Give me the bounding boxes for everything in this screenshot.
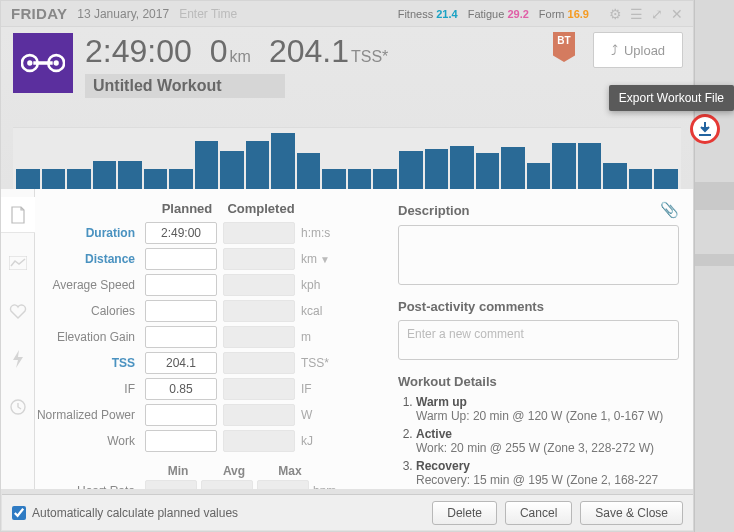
ride-icon — [13, 33, 73, 93]
attachment-icon[interactable]: 📎 — [660, 201, 679, 219]
interval-bar — [373, 169, 397, 189]
metric-label: IF — [35, 382, 145, 396]
close-icon[interactable]: ✕ — [671, 6, 683, 22]
auto-calc-checkbox[interactable]: Automatically calculate planned values — [12, 506, 238, 520]
cancel-button[interactable]: Cancel — [505, 501, 572, 525]
planned-input[interactable] — [145, 378, 217, 400]
interval-bar — [578, 143, 602, 189]
interval-bar — [271, 133, 295, 189]
save-close-button[interactable]: Save & Close — [580, 501, 683, 525]
planned-input[interactable] — [145, 404, 217, 426]
interval-bar — [93, 161, 117, 189]
export-workout-button[interactable] — [690, 114, 720, 144]
planned-input[interactable] — [145, 222, 217, 244]
date-label: 13 January, 2017 — [77, 7, 169, 21]
hr-avg — [201, 480, 253, 489]
interval-bar — [16, 169, 40, 189]
description-input[interactable] — [398, 225, 679, 285]
svg-rect-4 — [33, 61, 52, 65]
completed-cell — [223, 430, 295, 452]
metric-row: Normalized PowerW — [35, 402, 380, 428]
comment-input[interactable]: Enter a new comment — [398, 320, 679, 360]
comments-title: Post-activity comments — [398, 299, 544, 314]
metric-label[interactable]: Duration — [35, 226, 145, 240]
tab-heart[interactable] — [1, 293, 35, 329]
tab-chart[interactable] — [1, 245, 35, 281]
enter-time-link[interactable]: Enter Time — [179, 7, 237, 21]
planned-input[interactable] — [145, 352, 217, 374]
workout-details-list: Warm upWarm Up: 20 min @ 120 W (Zone 1, … — [398, 395, 679, 487]
planned-input[interactable] — [145, 326, 217, 348]
unit-label: W — [301, 408, 341, 422]
interval-bar — [603, 163, 627, 189]
tab-power[interactable] — [1, 341, 35, 377]
panel-footer: Automatically calculate planned values D… — [2, 494, 693, 530]
metric-row: Durationh:m:s — [35, 220, 380, 246]
workout-title-input[interactable] — [85, 74, 285, 98]
unit-label: m — [301, 330, 341, 344]
metric-row: IFIF — [35, 376, 380, 402]
interval-bar — [169, 169, 193, 189]
tab-time[interactable] — [1, 389, 35, 425]
metric-row: Elevation Gainm — [35, 324, 380, 350]
description-title: Description — [398, 203, 470, 218]
metric-label: Elevation Gain — [35, 330, 145, 344]
metric-label: Work — [35, 434, 145, 448]
workout-summary: 2:49:00 0km 204.1TSS* — [85, 33, 681, 70]
metric-label[interactable]: Distance — [35, 252, 145, 266]
tab-summary[interactable] — [1, 197, 35, 233]
interval-bar — [527, 163, 551, 189]
form-stat: Form 16.9 — [539, 8, 589, 20]
unit-label: kph — [301, 278, 341, 292]
metric-label[interactable]: TSS — [35, 356, 145, 370]
interval-bar — [552, 143, 576, 189]
hr-min — [145, 480, 197, 489]
gear-icon[interactable]: ⚙ — [609, 6, 622, 22]
details-title: Workout Details — [398, 374, 497, 389]
completed-cell — [223, 378, 295, 400]
menu-icon[interactable]: ☰ — [630, 6, 643, 22]
unit-label: kJ — [301, 434, 341, 448]
interval-bar — [144, 169, 168, 189]
metric-row: Calorieskcal — [35, 298, 380, 324]
metric-label: Normalized Power — [35, 408, 145, 422]
side-tabs — [1, 189, 35, 489]
delete-button[interactable]: Delete — [432, 501, 497, 525]
metric-label: Calories — [35, 304, 145, 318]
col-planned: Planned — [150, 201, 224, 216]
unit-label: IF — [301, 382, 341, 396]
completed-cell — [223, 326, 295, 348]
duration-value: 2:49:00 — [85, 33, 192, 70]
completed-cell — [223, 274, 295, 296]
workout-step: ActiveWork: 20 min @ 255 W (Zone 3, 228-… — [416, 427, 679, 455]
upload-icon: ⤴ — [611, 42, 618, 58]
interval-bar — [42, 169, 66, 189]
fitness-stat: Fitness 21.4 — [398, 8, 458, 20]
metric-row: Distancekm▼ — [35, 246, 380, 272]
interval-bar — [450, 146, 474, 189]
unit-label: h:m:s — [301, 226, 341, 240]
expand-icon[interactable]: ⤢ — [651, 6, 663, 22]
interval-bar — [297, 153, 321, 189]
interval-bar — [67, 169, 91, 189]
interval-bar — [629, 169, 653, 189]
interval-bar — [501, 147, 525, 189]
interval-bar — [246, 141, 270, 189]
panel-header: FRIDAY 13 January, 2017 Enter Time Fitne… — [1, 1, 693, 26]
planned-input[interactable] — [145, 248, 217, 270]
svg-point-2 — [27, 60, 32, 65]
unit-label: kcal — [301, 304, 341, 318]
planned-input[interactable] — [145, 430, 217, 452]
metric-row: TSSTSS* — [35, 350, 380, 376]
tss-value: 204.1 — [269, 33, 349, 69]
workout-step: Warm upWarm Up: 20 min @ 120 W (Zone 1, … — [416, 395, 679, 423]
metric-row: WorkkJ — [35, 428, 380, 454]
unit-label: TSS* — [301, 356, 341, 370]
workout-interval-chart — [13, 127, 681, 189]
upload-button[interactable]: ⤴ Upload — [593, 32, 683, 68]
summary-area: 2:49:00 0km 204.1TSS* BT ⤴ Upload — [1, 26, 693, 189]
planned-input[interactable] — [145, 300, 217, 322]
completed-cell — [223, 248, 295, 270]
planned-input[interactable] — [145, 274, 217, 296]
heart-rate-label: Heart Rate — [35, 484, 145, 489]
